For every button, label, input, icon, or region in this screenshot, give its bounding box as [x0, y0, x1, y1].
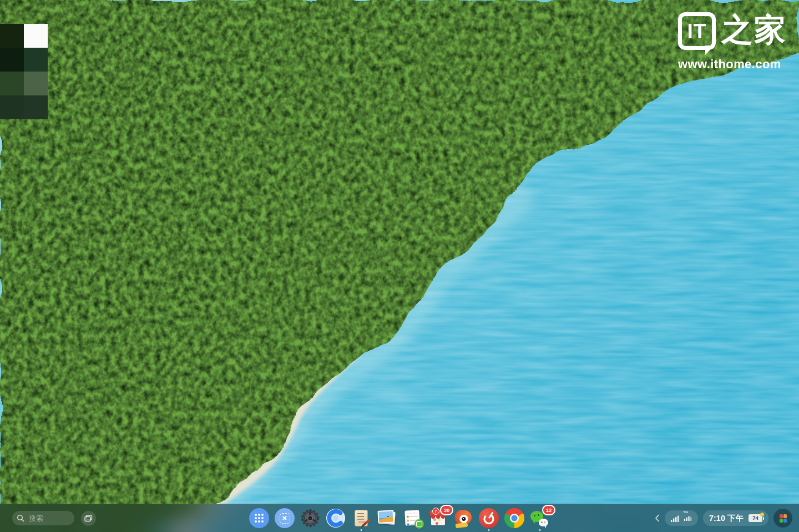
battery-indicator: 74: [749, 514, 762, 522]
taskbar-left: [12, 504, 96, 532]
grid-dots-icon: [255, 514, 264, 523]
color-square: [0, 24, 24, 48]
browser-icon: [326, 508, 346, 528]
tray-color-logo-button[interactable]: [773, 509, 792, 528]
running-indicator: [539, 529, 541, 531]
desktop: IT 之家 www.ithome.com: [0, 0, 799, 532]
app-browser[interactable]: [326, 508, 346, 528]
color-square: [0, 95, 24, 119]
app-weibo[interactable]: [453, 508, 473, 528]
store-mini-badge: 7: [432, 508, 439, 515]
wechat-notification-badge: 12: [542, 505, 555, 515]
multitasking-view-button[interactable]: [81, 511, 96, 526]
ithome-logo-text: IT: [687, 21, 707, 42]
taskbar: 7 30: [0, 504, 799, 532]
color-square: [0, 72, 24, 95]
color-square: [24, 24, 48, 48]
ithome-logo-bubble: IT: [678, 12, 716, 50]
chrome-icon: [504, 508, 524, 528]
app-checklist[interactable]: [402, 508, 422, 528]
running-indicator: [361, 529, 362, 531]
app-launcher[interactable]: [249, 508, 269, 528]
stacked-windows-icon: [84, 515, 93, 522]
app-store[interactable]: 7 30: [428, 508, 448, 528]
app-control-center[interactable]: [300, 508, 320, 528]
search-input[interactable]: [28, 514, 70, 523]
app-screenshot-tool[interactable]: [275, 508, 295, 528]
dock: 7 30: [249, 508, 550, 528]
ithome-url: www.ithome.com: [678, 57, 787, 72]
ithome-logo-cn: 之家: [721, 12, 787, 47]
screenshot-crop-icon: [280, 513, 290, 524]
tray-collapse-chevron[interactable]: [655, 514, 660, 522]
green-monitor-badge-icon: [414, 519, 424, 529]
app-image-viewer[interactable]: [377, 508, 397, 528]
clock: 7:10 下午: [709, 513, 744, 524]
signal-5g-icon: 5G: [684, 513, 692, 523]
color-square: [24, 48, 48, 72]
network-status-pill[interactable]: 5G: [665, 510, 698, 526]
clock-battery-pill[interactable]: 7:10 下午 74: [703, 510, 768, 526]
app-netease-music[interactable]: [479, 508, 499, 528]
charging-indicator: [760, 513, 764, 516]
wallpaper-image: [0, 0, 799, 532]
photo-icon: [377, 510, 394, 523]
running-indicator: [488, 529, 490, 531]
four-color-logo-icon: [780, 514, 787, 523]
app-chrome[interactable]: [504, 508, 524, 528]
search-box[interactable]: [12, 511, 74, 525]
music-note-icon: [479, 508, 499, 528]
ithome-watermark: IT 之家 www.ithome.com: [678, 12, 787, 72]
app-wechat[interactable]: 12: [530, 508, 550, 528]
gear-icon: [300, 508, 320, 528]
search-icon: [17, 514, 24, 522]
store-notification-badge: 30: [440, 505, 453, 515]
app-text-editor[interactable]: [351, 508, 371, 528]
color-square: [24, 95, 48, 119]
color-squares-artifact: [0, 24, 48, 119]
speech-bubble-tail-icon: [705, 45, 714, 55]
color-square: [0, 48, 24, 72]
cellular-signal-icon: [671, 515, 679, 522]
color-square: [24, 72, 48, 95]
system-tray: 5G 7:10 下午 74: [655, 504, 792, 532]
